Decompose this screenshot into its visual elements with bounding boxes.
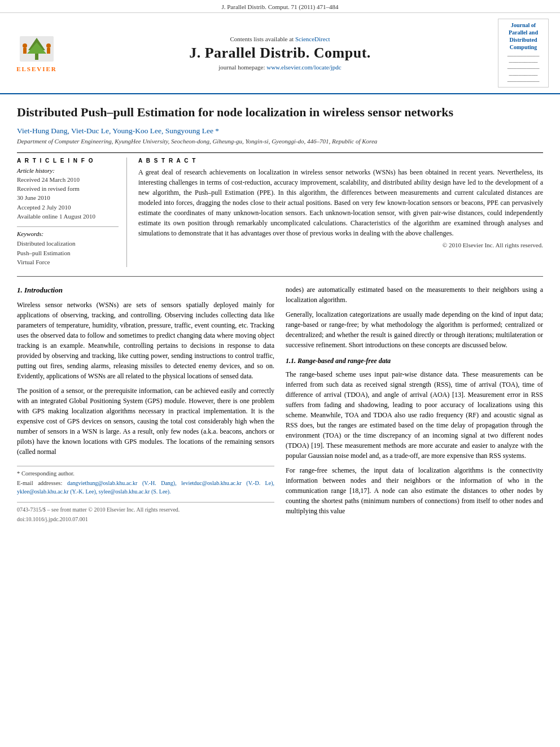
body-left-col: 1. Introduction Wireless sensor networks… [17, 285, 274, 523]
received-date: Received 24 March 2010 [17, 176, 119, 184]
elsevier-logo: ELSEVIER [11, 33, 62, 72]
available-date: Available online 1 August 2010 [17, 212, 119, 221]
body-right-col: nodes) are automatically estimated based… [286, 285, 543, 523]
keyword-3: Virtual Force [17, 257, 119, 267]
journal-ref-text: J. Parallel Distrib. Comput. 71 (2011) 4… [221, 3, 338, 10]
abstract-col: A B S T R A C T A great deal of research… [138, 158, 543, 267]
bottom-bar: 0743-7315/$ – see front matter © 2010 El… [17, 502, 274, 514]
svg-point-4 [23, 43, 27, 48]
section1-heading-text: 1. Introduction [17, 286, 63, 294]
contents-line: Contents lists available at ScienceDirec… [68, 36, 492, 42]
body-para-1: Wireless sensor networks (WSNs) are sets… [17, 300, 274, 381]
doi-line: doi:10.1016/j.jpdc.2010.07.001 [17, 515, 274, 523]
homepage-label: journal homepage: [218, 64, 265, 71]
homepage-line: journal homepage: www.elsevier.com/locat… [68, 64, 492, 71]
abstract-heading: A B S T R A C T [138, 158, 543, 164]
keywords-section: Keywords: Distributed localization Push–… [17, 226, 119, 267]
history-subheading: Article history: [17, 167, 119, 174]
accepted-date: Accepted 2 July 2010 [17, 203, 119, 212]
homepage-link[interactable]: www.elsevier.com/locate/jpdc [266, 64, 341, 71]
contents-text: Contents lists available at [230, 36, 294, 42]
section1-heading: 1. Introduction [17, 285, 274, 296]
footnote-section: * Corresponding author. E-mail addresses… [17, 466, 274, 496]
journal-header: ELSEVIER Contents lists available at Sci… [0, 13, 560, 94]
authors-text: Viet-Hung Dang, Viet-Duc Le, Young-Koo L… [17, 126, 219, 135]
article-info-heading: A R T I C L E I N F O [17, 158, 119, 164]
right-para-4: For range-free schemes, the input data o… [286, 465, 543, 516]
footnote-star: * Corresponding author. [17, 470, 274, 478]
keyword-1: Distributed localization [17, 239, 119, 248]
journal-logo-right: Journal ofParallel andDistributedComputi… [498, 19, 549, 88]
right-para-2: Generally, localization categorizations … [286, 309, 543, 350]
issn-text: 0743-7315/$ – see front matter © 2010 El… [17, 505, 180, 514]
svg-rect-1 [35, 53, 38, 60]
body-para-2: The position of a sensor, or the prerequ… [17, 386, 274, 457]
logo-right-title: Journal ofParallel andDistributedComputi… [501, 21, 546, 51]
right-para-1: nodes) are automatically estimated based… [286, 285, 543, 305]
info-abstract-section: A R T I C L E I N F O Article history: R… [17, 152, 543, 267]
copyright-line: © 2010 Elsevier Inc. All rights reserved… [138, 242, 543, 248]
journal-title: J. Parallel Distrib. Comput. [68, 45, 492, 62]
footnote-star-text: * Corresponding author. [17, 470, 75, 477]
logo-right-lines: ────────── ───────── ────────── ────────… [501, 53, 546, 85]
keywords-heading: Keywords: [17, 230, 119, 237]
svg-rect-7 [47, 48, 50, 54]
subsec1-heading: 1.1. Range-based and range-free data [286, 356, 543, 366]
article-info-col: A R T I C L E I N F O Article history: R… [17, 158, 127, 267]
authors-line: Viet-Hung Dang, Viet-Duc Le, Young-Koo L… [17, 126, 543, 136]
keyword-2: Push–pull Estimation [17, 248, 119, 258]
revised-label: Received in revised form [17, 185, 119, 193]
right-para-3: The range-based scheme uses input pair-w… [286, 369, 543, 461]
main-content: Distributed Push–pull Estimation for nod… [0, 94, 560, 535]
article-title: Distributed Push–pull Estimation for nod… [17, 104, 543, 121]
elsevier-brand-text: ELSEVIER [16, 65, 57, 72]
svg-point-6 [46, 43, 51, 48]
header-center: Contents lists available at ScienceDirec… [68, 36, 492, 71]
body-section: 1. Introduction Wireless sensor networks… [17, 276, 543, 523]
svg-rect-5 [23, 48, 27, 54]
top-reference-bar: J. Parallel Distrib. Comput. 71 (2011) 4… [0, 0, 560, 13]
affiliation-text: Department of Computer Engineering, Kyun… [17, 138, 543, 145]
elsevier-tree-icon [17, 33, 56, 64]
sciencedirect-link[interactable]: ScienceDirect [295, 36, 330, 42]
doi-text: doi:10.1016/j.jpdc.2010.07.001 [17, 516, 88, 522]
email-label: E-mail addresses: [17, 480, 62, 486]
abstract-text: A great deal of research achievements on… [138, 167, 543, 238]
revised-date: 30 June 2010 [17, 194, 119, 202]
footnote-email: E-mail addresses: dangviethung@oslab.khu… [17, 479, 274, 496]
